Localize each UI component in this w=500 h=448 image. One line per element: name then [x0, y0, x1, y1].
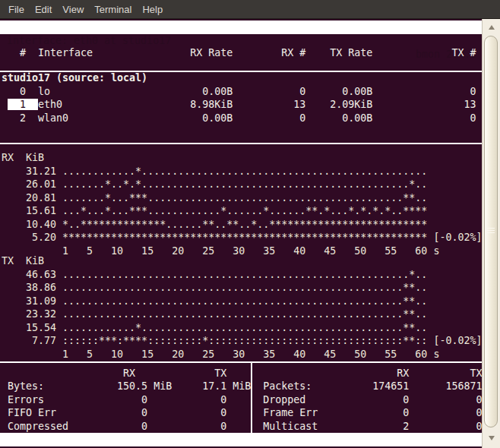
interface-table: studio17 (source: local) 0 lo 0.00B 0 0.…	[2, 71, 476, 125]
rx-graph: RX KiB 31.21 ............*..............…	[2, 151, 482, 257]
table-row-eth0[interactable]: 1 eth0 8.98KiB 13 2.09KiB 13	[2, 99, 476, 110]
menu-terminal[interactable]: Terminal	[89, 4, 137, 15]
scrollbar[interactable]	[482, 19, 500, 448]
scroll-down-button[interactable]	[483, 432, 500, 444]
scroll-up-icon	[489, 25, 495, 30]
bmon-window: File Edit View Terminal Help interface: …	[0, 0, 500, 448]
scroll-down-icon	[489, 436, 495, 440]
menu-help[interactable]: Help	[137, 4, 168, 15]
scroll-up-button[interactable]	[483, 21, 500, 33]
scrollbar-grip-icon	[487, 228, 495, 235]
stats-panel: RX TX RX TX Bytes: 150.5 MiB 17.1 MiB Pa…	[2, 367, 482, 433]
separator	[0, 361, 482, 363]
tx-graph: TX KiB 46.63 ...........................…	[2, 254, 482, 361]
menu-view[interactable]: View	[57, 4, 89, 15]
menu-file[interactable]: File	[3, 4, 30, 15]
table-row-lo[interactable]: 0 lo 0.00B 0 0.00B 0	[2, 86, 476, 97]
terminal-screen: interface: eth0 at studio17 bmon 2.0.1 #…	[0, 19, 482, 448]
bmon-title-bar: interface: eth0 at studio17 bmon 2.0.1	[0, 21, 482, 34]
interface-table-header: # Interface RX Rate RX # TX Rate TX #	[2, 46, 476, 60]
menu-edit[interactable]: Edit	[30, 4, 57, 15]
scrollbar-thumb[interactable]	[484, 36, 498, 427]
help-bar: ^ prev interface, v next interface, <- p…	[0, 433, 482, 446]
separator	[0, 143, 482, 144]
table-row-wlan0[interactable]: 2 wlan0 0.00B 0 0.00B 0	[2, 112, 476, 124]
selection-cursor: 1	[8, 99, 38, 110]
group-title: studio17 (source: local)	[2, 72, 147, 84]
menu-bar: File Edit View Terminal Help	[0, 0, 500, 19]
